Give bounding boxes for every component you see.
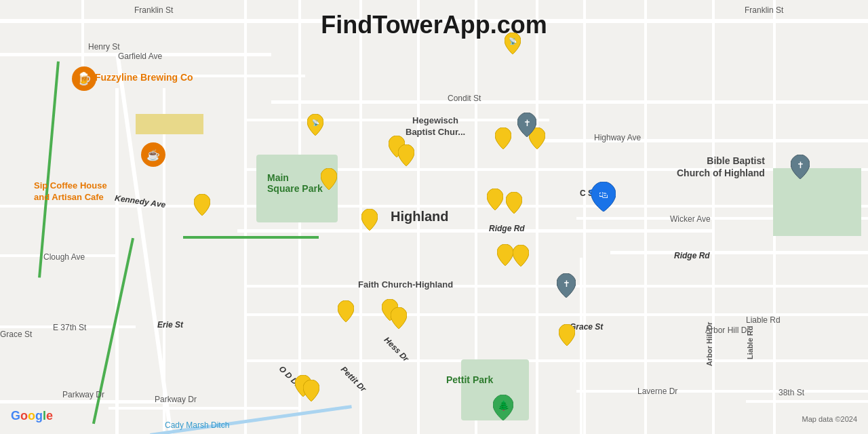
google-logo: Google [11,409,53,423]
highway-ave-road [542,139,868,142]
svg-text:✝: ✝ [797,160,804,170]
fuzzyline-marker[interactable]: 🍺 [72,66,96,99]
fuzzyline-label: Fuzzyline Brewing Co [95,72,193,83]
church-pin-3[interactable]: ✝ [791,155,810,182]
church-pin-1[interactable]: ✝ [517,113,536,140]
cos-text: COS [589,187,608,197]
tower-pin-9[interactable] [487,189,503,213]
svg-text:✝: ✝ [524,118,531,128]
map-container[interactable]: FindTowerApp.com Henry St Franklin St Fr… [0,0,868,434]
tower-pin-2[interactable]: 📡 [307,114,323,138]
bible-baptist-label: Bible BaptistChurch of Highland [677,155,765,179]
green-route-3 [183,236,319,239]
v-road-4 [417,0,420,434]
tower-pin-12[interactable] [497,244,513,269]
kennedy-ave-road [115,88,119,434]
parkway-dr2-road [108,407,298,410]
svg-text:🍺: 🍺 [77,71,92,86]
minor-h-4 [0,205,868,208]
38th-st-road [746,400,868,403]
svg-text:📡: 📡 [509,37,517,45]
tower-pin-19[interactable] [303,380,319,404]
tower-pin-10[interactable] [506,192,522,216]
map-credit: Map data ©2024 [802,415,858,423]
parkway-dr-road [0,400,176,403]
svg-text:✝: ✝ [563,279,570,289]
laverne-dr-road [576,390,868,393]
tower-pin-8[interactable] [194,194,210,218]
tower-pin-14[interactable] [338,300,354,325]
clough-ave-road [0,254,119,257]
v-road-7 [583,0,586,434]
sip-coffee-label: Sip Coffee Houseand Artisan Cafe [34,180,107,203]
svg-text:🌲: 🌲 [498,400,510,412]
tower-pin-1[interactable]: 📡 [505,33,521,57]
tower-pin-7[interactable] [321,168,337,193]
ridge-rd2-road [610,251,868,254]
tower-pin-4[interactable] [398,144,414,169]
faith-church-label: Faith Church-Highland [358,279,453,291]
tower-pin-17[interactable] [559,324,575,349]
minor-h-7 [244,359,868,362]
hegewisch-label: HegewischBaptist Chur... [406,115,465,138]
church-grounds [773,168,861,236]
v-road-6 [536,0,538,434]
sip-coffee-marker[interactable]: ☕ [141,142,165,175]
v-road-9 [712,0,715,434]
building-block [136,114,203,134]
v-road-1 [244,0,247,434]
tower-pin-5[interactable] [495,127,511,152]
minor-h-5 [244,285,868,288]
tower-pin-13[interactable] [513,245,529,269]
tower-pin-11[interactable] [361,209,378,233]
church-pin-2[interactable]: ✝ [557,273,576,300]
tower-pin-16[interactable] [391,307,407,332]
garfield-ave-road [0,53,271,56]
svg-text:☕: ☕ [146,149,160,161]
minor-h-2 [244,119,549,121]
pettit-park-marker[interactable]: 🌲 [493,395,513,423]
v-road-8 [644,0,647,434]
grace-st-road [580,258,583,434]
svg-text:📡: 📡 [312,119,320,127]
